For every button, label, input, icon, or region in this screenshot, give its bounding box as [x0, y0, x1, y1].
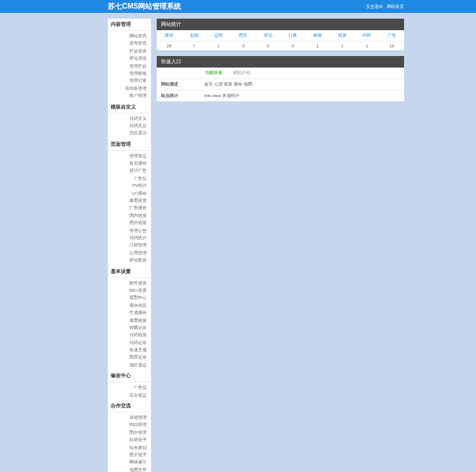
stats-value: 0	[231, 42, 255, 51]
sidebar-item[interactable]: 评论数据	[108, 256, 151, 264]
sidebar-item[interactable]: PV统计	[108, 182, 151, 189]
sidebar-item[interactable]: 站点类别	[108, 444, 151, 451]
sidebar-item[interactable]: 首页缓存	[108, 159, 151, 167]
sidebar-item[interactable]: SEO设置	[108, 287, 151, 294]
sidebar-item[interactable]: 添加新管理	[108, 85, 151, 92]
sidebar-item[interactable]: 广告位	[108, 384, 151, 391]
section-title: 基本设置	[108, 266, 151, 278]
table-row: 网站描述首页 心语 链接 缓存 地图	[157, 79, 404, 91]
sidebar-item[interactable]: 网络索引	[108, 458, 151, 466]
sidebar-item[interactable]: 栏目设置	[108, 47, 151, 55]
entry-tab-intro[interactable]: 精彩介绍	[228, 68, 256, 79]
stats-header[interactable]: 评论	[256, 30, 280, 42]
sidebar-item[interactable]: 地图文件	[108, 466, 151, 472]
stats-value: 7	[181, 42, 206, 51]
sidebar-item[interactable]: 管理公告	[108, 227, 151, 234]
sidebar-item[interactable]: 后台设定	[108, 392, 151, 399]
home-link[interactable]: 网站首页	[387, 4, 404, 9]
section-title: 修改中心	[108, 370, 151, 382]
entry-tab-shortcut[interactable]: 功能快捷	[200, 68, 228, 79]
sidebar-item[interactable]: 管理订单	[108, 77, 151, 84]
stats-value: 28	[157, 42, 181, 51]
sidebar-item[interactable]: RSS管理	[108, 421, 151, 428]
sidebar-item[interactable]: 管理栏目	[108, 63, 151, 70]
sidebar-item[interactable]: 发布资讯	[108, 40, 151, 47]
entry-panel-title: 快速入口	[157, 56, 404, 68]
stats-value: 1	[354, 42, 379, 51]
sidebar-item[interactable]: 评论浏览	[108, 55, 151, 62]
sidebar-item[interactable]: 生成缓存	[108, 309, 151, 316]
sidebar-item[interactable]: 管理标签	[108, 70, 151, 77]
sidebar-item[interactable]: 图库记录	[108, 353, 151, 361]
sidebar-item[interactable]: 代码文足	[108, 122, 151, 129]
sidebar-item[interactable]: 模型中心	[108, 294, 151, 301]
section-title: 模版自定义	[108, 101, 151, 114]
section-title: 内容管理	[108, 19, 151, 31]
sidebar-item[interactable]: UC缓存	[108, 190, 151, 197]
entry-label: 网站描述	[157, 79, 200, 91]
section-title: 页面管理	[108, 139, 151, 151]
stats-header[interactable]: 标签	[305, 30, 329, 42]
sidebar-item[interactable]: 设计广告	[108, 167, 151, 174]
stats-header[interactable]: 广告	[380, 30, 404, 42]
sidebar-item[interactable]: 管理设定	[108, 152, 151, 159]
sidebar-item[interactable]: 单面链接	[108, 317, 151, 324]
stats-value: 1	[206, 42, 231, 51]
logout-link[interactable]: 安全退出	[366, 4, 383, 9]
entry-value: title.view 来源统计	[200, 91, 404, 102]
stats-header[interactable]: 图文	[231, 30, 255, 42]
sidebar-item[interactable]: 账户管理	[108, 92, 151, 99]
sidebar-item[interactable]: 国外管理	[108, 429, 151, 436]
main-content: 网站统计 微信友链定时图文评论订单标签链接内容广告 287100011110 快…	[157, 19, 404, 472]
entry-label: 站点统计	[157, 91, 200, 102]
sidebar-item[interactable]: 邮件设置	[108, 279, 151, 287]
sidebar-item[interactable]: 图天链子	[108, 451, 151, 458]
sidebar-item[interactable]: 消息显示	[108, 129, 151, 136]
stats-value: 10	[380, 42, 404, 51]
stats-table: 微信友链定时图文评论订单标签链接内容广告 287100011110	[157, 30, 404, 50]
sidebar: 内容管理网站资讯发布资讯栏目设置评论浏览管理栏目管理标签管理订单添加新管理账户管…	[108, 19, 151, 472]
sidebar-item[interactable]: 单面设置	[108, 197, 151, 204]
sidebar-item[interactable]: 代码统计	[108, 234, 151, 241]
sidebar-item[interactable]: 国外链接	[108, 219, 151, 226]
stats-header[interactable]: 微信	[157, 30, 181, 42]
stats-header[interactable]: 友链	[181, 30, 206, 42]
table-row: 站点统计title.view 来源统计	[157, 91, 404, 102]
sidebar-item[interactable]: 地区设定	[108, 361, 151, 369]
sidebar-item[interactable]: 快速生成	[108, 346, 151, 353]
stats-header[interactable]: 链接	[330, 30, 354, 42]
entry-value: 首页 心语 链接 缓存 地图	[200, 79, 404, 91]
sidebar-item[interactable]: 代码文头	[108, 115, 151, 122]
section-title: 合作交流	[108, 400, 151, 412]
sidebar-item[interactable]: 转载记录	[108, 324, 151, 331]
stats-panel-title: 网站统计	[157, 19, 404, 30]
stats-value: 1	[305, 42, 329, 51]
sidebar-item[interactable]: 广告缓存	[108, 204, 151, 211]
sidebar-item[interactable]: 公用管理	[108, 249, 151, 256]
sidebar-item[interactable]: 站链设子	[108, 436, 151, 443]
sidebar-item[interactable]: 国内链接	[108, 212, 151, 219]
sidebar-item[interactable]: 缓存信息	[108, 302, 151, 309]
entry-table: 功能快捷 精彩介绍 网站描述首页 心语 链接 缓存 地图站点统计title.vi…	[157, 68, 404, 101]
stats-value: 0	[256, 42, 280, 51]
sidebar-item[interactable]: 口碑管理	[108, 241, 151, 249]
sidebar-item[interactable]: 录链管理	[108, 414, 151, 421]
sidebar-item[interactable]: 代码链接	[108, 331, 151, 338]
stats-header[interactable]: 定时	[206, 30, 231, 42]
stats-header[interactable]: 订单	[280, 30, 305, 42]
stats-value: 0	[280, 42, 305, 51]
app-title: 苏七CMS网站管理系统	[108, 1, 181, 11]
header-links: 安全退出 网站首页	[366, 4, 404, 10]
stats-header[interactable]: 内容	[354, 30, 379, 42]
sidebar-item[interactable]: 代码记录	[108, 339, 151, 346]
sidebar-item[interactable]: 广告位	[108, 175, 151, 182]
stats-value: 1	[330, 42, 354, 51]
sidebar-item[interactable]: 网站资讯	[108, 32, 151, 40]
